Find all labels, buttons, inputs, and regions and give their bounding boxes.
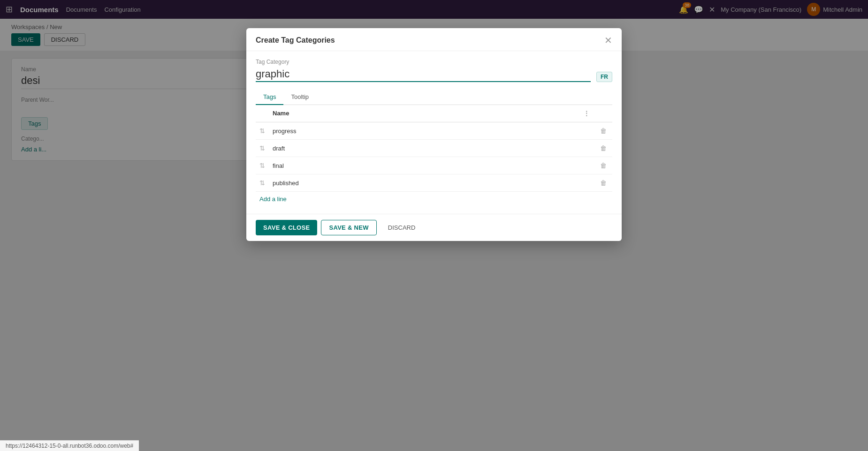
drag-handle-icon[interactable]: ⇅ (259, 127, 265, 135)
delete-row-button[interactable]: 🗑 (598, 126, 609, 135)
modal-overlay: Create Tag Categories ✕ Tag Category FR … (0, 0, 868, 451)
modal-footer: SAVE & CLOSE SAVE & NEW DISCARD (246, 214, 622, 241)
tag-name-cell: draft (269, 140, 594, 157)
tab-tooltip[interactable]: Tooltip (283, 90, 316, 105)
tag-name-cell: published (269, 174, 594, 192)
tab-tags[interactable]: Tags (256, 90, 283, 105)
tag-category-label: Tag Category (256, 59, 612, 65)
table-row: ⇅ published 🗑 (256, 174, 612, 192)
lang-badge[interactable]: FR (596, 72, 612, 82)
tags-table: Name ⋮ ⇅ progress 🗑 ⇅ draft 🗑 ⇅ final 🗑 … (256, 105, 612, 192)
drag-handle-icon[interactable]: ⇅ (259, 144, 265, 152)
url-bar: https://12464312-15-0-all.runbot36.odoo.… (0, 440, 139, 451)
tag-name-cell: progress (269, 122, 594, 140)
delete-row-button[interactable]: 🗑 (598, 143, 609, 153)
drag-handle-icon[interactable]: ⇅ (259, 179, 265, 187)
modal-header: Create Tag Categories ✕ (246, 28, 622, 51)
actions-col-header (594, 105, 612, 122)
create-tag-categories-modal: Create Tag Categories ✕ Tag Category FR … (246, 28, 622, 241)
name-col-header: Name ⋮ (269, 105, 594, 122)
save-and-close-button[interactable]: SAVE & CLOSE (256, 220, 317, 235)
tag-category-input[interactable] (256, 68, 591, 82)
delete-row-button[interactable]: 🗑 (598, 161, 609, 170)
table-row: ⇅ draft 🗑 (256, 140, 612, 157)
drag-col-header (256, 105, 269, 122)
drag-handle-icon[interactable]: ⇅ (259, 162, 265, 169)
discard-modal-button[interactable]: DISCARD (381, 220, 423, 235)
url-text: https://12464312-15-0-all.runbot36.odoo.… (6, 443, 133, 449)
delete-row-button[interactable]: 🗑 (598, 178, 609, 188)
tag-category-row: FR (256, 68, 612, 82)
modal-close-button[interactable]: ✕ (604, 36, 612, 45)
tag-name-cell: final (269, 157, 594, 174)
modal-body: Tag Category FR Tags Tooltip Name ⋮ (246, 51, 622, 214)
table-row: ⇅ progress 🗑 (256, 122, 612, 140)
modal-title: Create Tag Categories (256, 36, 335, 45)
col-header-menu-icon[interactable]: ⋮ (583, 110, 590, 117)
add-line-button[interactable]: Add a line (256, 192, 290, 206)
save-and-new-button[interactable]: SAVE & NEW (321, 220, 376, 235)
modal-tabs: Tags Tooltip (256, 90, 612, 105)
table-row: ⇅ final 🗑 (256, 157, 612, 174)
